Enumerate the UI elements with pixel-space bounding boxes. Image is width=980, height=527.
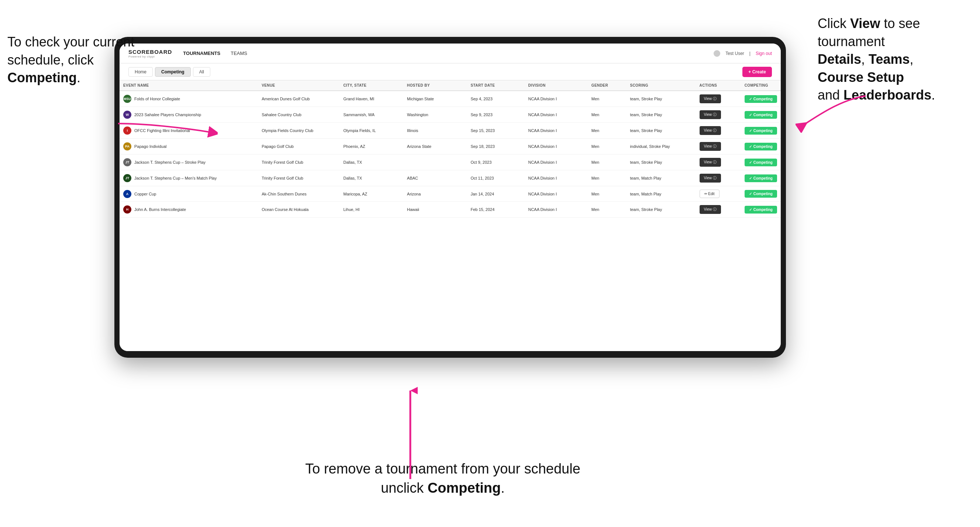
date-cell: Oct 11, 2023 xyxy=(467,170,524,186)
event-name-cell: JT Jackson T. Stephens Cup – Men's Match… xyxy=(123,174,254,182)
date-cell: Sep 18, 2023 xyxy=(467,139,524,154)
date-cell: Sep 15, 2023 xyxy=(467,123,524,139)
scoring-cell: team, Match Play xyxy=(626,170,695,186)
city-cell: Phoenix, AZ xyxy=(339,139,403,154)
hosted-cell: ABAC xyxy=(403,170,467,186)
annotation-top-left: To check your current schedule, click Co… xyxy=(7,33,148,87)
tournaments-table-container: EVENT NAME VENUE CITY, STATE HOSTED BY S… xyxy=(119,80,781,351)
table-row: H John A. Burns Intercollegiate Ocean Co… xyxy=(119,202,781,217)
edit-button[interactable]: ✏ Edit xyxy=(700,190,719,198)
user-icon xyxy=(714,50,720,57)
scoring-cell: team, Stroke Play xyxy=(626,123,695,139)
event-name-cell: JT Jackson T. Stephens Cup – Stroke Play xyxy=(123,158,254,166)
event-name: Jackson T. Stephens Cup – Men's Match Pl… xyxy=(134,176,216,180)
view-button[interactable]: View ⓘ xyxy=(700,174,721,183)
actions-cell: View ⓘ xyxy=(696,123,741,139)
view-button[interactable]: View ⓘ xyxy=(700,142,721,151)
date-cell: Sep 4, 2023 xyxy=(467,91,524,107)
check-icon: ✓ xyxy=(749,160,752,165)
competing-button[interactable]: ✓ Competing xyxy=(745,143,777,151)
actions-cell: View ⓘ xyxy=(696,202,741,217)
event-name-cell: A Copper Cup xyxy=(123,190,254,198)
event-name-cell: H John A. Burns Intercollegiate xyxy=(123,205,254,214)
competing-button[interactable]: ✓ Competing xyxy=(745,190,777,198)
actions-cell: View ⓘ xyxy=(696,170,741,186)
hosted-cell: Illinois xyxy=(403,123,467,139)
date-cell: Jan 14, 2024 xyxy=(467,186,524,202)
create-button[interactable]: + Create xyxy=(742,67,772,77)
navbar: SCOREBOARD Powered by clippi TOURNAMENTS… xyxy=(119,43,781,63)
tab-competing[interactable]: Competing xyxy=(155,67,191,77)
table-row: A Copper Cup Ak-Chin Southern DunesMaric… xyxy=(119,186,781,202)
table-row: W 2023 Sahalee Players Championship Saha… xyxy=(119,107,781,123)
annotation-top-right: Click View to see tournament Details, Te… xyxy=(818,15,973,104)
competing-cell: ✓ Competing xyxy=(741,186,781,202)
gender-cell: Men xyxy=(588,154,627,170)
tablet-shell: SCOREBOARD Powered by clippi TOURNAMENTS… xyxy=(115,37,786,358)
division-cell: NCAA Division I xyxy=(524,91,587,107)
col-header-date: START DATE xyxy=(467,80,524,91)
hosted-cell: Michigan State xyxy=(403,91,467,107)
navbar-links: TOURNAMENTS TEAMS xyxy=(183,49,714,57)
competing-button[interactable]: ✓ Competing xyxy=(745,159,777,166)
event-name-cell: PA Papago Individual xyxy=(123,142,254,151)
col-header-hosted: HOSTED BY xyxy=(403,80,467,91)
competing-button[interactable]: ✓ Competing xyxy=(745,127,777,135)
city-cell: Olympia Fields, IL xyxy=(339,123,403,139)
gender-cell: Men xyxy=(588,91,627,107)
date-cell: Feb 15, 2024 xyxy=(467,202,524,217)
city-cell: Grand Haven, MI xyxy=(339,91,403,107)
actions-cell: View ⓘ xyxy=(696,107,741,123)
col-header-actions: ACTIONS xyxy=(696,80,741,91)
team-logo: PA xyxy=(123,142,131,151)
view-button[interactable]: View ⓘ xyxy=(700,158,721,167)
event-name: OFCC Fighting Illini Invitational xyxy=(134,129,190,133)
competing-cell: ✓ Competing xyxy=(741,154,781,170)
nav-teams[interactable]: TEAMS xyxy=(231,49,247,57)
table-row: JT Jackson T. Stephens Cup – Stroke Play… xyxy=(119,154,781,170)
table-row: JT Jackson T. Stephens Cup – Men's Match… xyxy=(119,170,781,186)
check-icon: ✓ xyxy=(749,144,752,149)
division-cell: NCAA Division I xyxy=(524,186,587,202)
tournaments-table: EVENT NAME VENUE CITY, STATE HOSTED BY S… xyxy=(119,80,781,217)
venue-cell: Ocean Course At Hokuala xyxy=(258,202,339,217)
gender-cell: Men xyxy=(588,202,627,217)
competing-cell: ✓ Competing xyxy=(741,202,781,217)
event-name-cell: W 2023 Sahalee Players Championship xyxy=(123,111,254,119)
event-name: Copper Cup xyxy=(134,192,156,196)
view-button[interactable]: View ⓘ xyxy=(700,94,721,103)
division-cell: NCAA Division I xyxy=(524,154,587,170)
competing-cell: ✓ Competing xyxy=(741,91,781,107)
competing-button[interactable]: ✓ Competing xyxy=(745,95,777,103)
competing-button[interactable]: ✓ Competing xyxy=(745,111,777,119)
competing-cell: ✓ Competing xyxy=(741,123,781,139)
event-name: Papago Individual xyxy=(134,144,166,149)
table-header-row: EVENT NAME VENUE CITY, STATE HOSTED BY S… xyxy=(119,80,781,91)
gender-cell: Men xyxy=(588,107,627,123)
table-row: I OFCC Fighting Illini Invitational Olym… xyxy=(119,123,781,139)
competing-button[interactable]: ✓ Competing xyxy=(745,175,777,182)
tab-all[interactable]: All xyxy=(193,67,210,77)
date-cell: Oct 9, 2023 xyxy=(467,154,524,170)
view-button[interactable]: View ⓘ xyxy=(700,110,721,119)
annotation-bottom: To remove a tournament from your schedul… xyxy=(302,460,583,497)
filter-bar: Home Competing All + Create xyxy=(119,63,781,80)
scoring-cell: team, Stroke Play xyxy=(626,202,695,217)
actions-cell: View ⓘ xyxy=(696,91,741,107)
event-name: 2023 Sahalee Players Championship xyxy=(134,113,201,117)
division-cell: NCAA Division I xyxy=(524,123,587,139)
competing-button[interactable]: ✓ Competing xyxy=(745,206,777,214)
event-name: Folds of Honor Collegiate xyxy=(134,97,180,101)
col-header-scoring: SCORING xyxy=(626,80,695,91)
venue-cell: Sahalee Country Club xyxy=(258,107,339,123)
col-header-venue: VENUE xyxy=(258,80,339,91)
check-icon: ✓ xyxy=(749,113,752,117)
nav-tournaments[interactable]: TOURNAMENTS xyxy=(183,49,220,57)
col-header-city: CITY, STATE xyxy=(339,80,403,91)
city-cell: Lihue, HI xyxy=(339,202,403,217)
view-button[interactable]: View ⓘ xyxy=(700,205,721,214)
view-button[interactable]: View ⓘ xyxy=(700,126,721,135)
date-cell: Sep 9, 2023 xyxy=(467,107,524,123)
sign-out-link[interactable]: Sign out xyxy=(756,51,772,56)
event-name: John A. Burns Intercollegiate xyxy=(134,207,186,212)
